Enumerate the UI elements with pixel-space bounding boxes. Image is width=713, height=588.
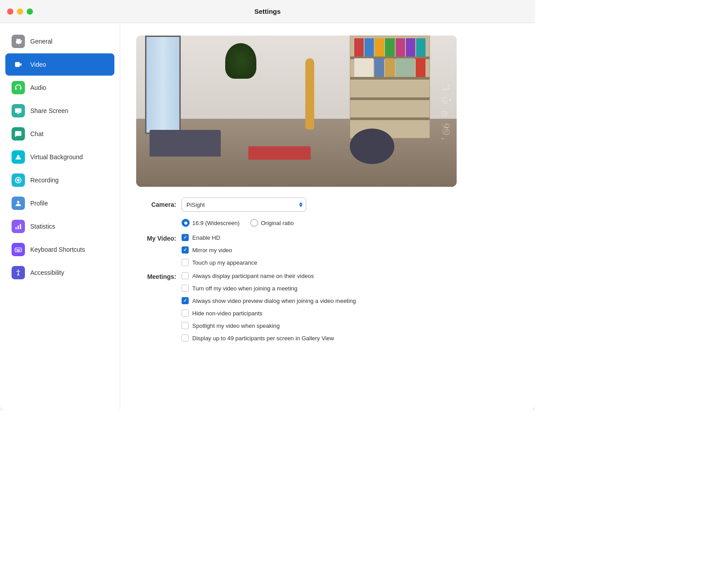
sidebar-label-statistics: Statistics [30,223,55,230]
video-icon [12,58,25,71]
checkbox-turn-off-video[interactable]: Turn off my video when joining a meeting [182,285,356,292]
sidebar-item-video[interactable]: Video [5,53,114,76]
content-area: General Video Audio Sha [0,23,535,410]
meetings-label: Meetings: [136,272,176,280]
checkbox-mirror-video-box [182,246,189,254]
sidebar-label-keyboard-shortcuts: Keyboard Shortcuts [30,246,85,253]
svg-point-3 [17,179,20,181]
radio-original-circle [250,219,258,227]
checkbox-spotlight[interactable]: Spotlight my video when speaking [182,322,356,329]
close-button[interactable] [7,8,13,15]
radio-widescreen[interactable]: 16:9 (Widescreen) [182,219,239,227]
svg-rect-9 [16,249,17,250]
checkbox-video-preview-box [182,297,189,304]
checkbox-turn-off-video-box [182,285,189,292]
virtual-bg-icon [12,150,25,164]
checkbox-video-preview-label: Always show video preview dialog when jo… [192,298,356,304]
checkbox-mirror-video-label: Mirror my video [192,247,232,254]
sidebar-item-statistics[interactable]: Statistics [5,215,114,238]
maximize-button[interactable] [27,8,33,15]
settings-window: Settings General Video [0,0,535,410]
checkbox-49-participants[interactable]: Display up to 49 participants per screen… [182,334,356,342]
radio-original[interactable]: Original ratio [250,219,294,227]
sidebar-item-share-screen[interactable]: Share Screen [5,100,114,122]
my-video-label: My Video: [136,234,176,242]
window-title: Settings [254,8,280,15]
sidebar-item-audio[interactable]: Audio [5,77,114,99]
minimize-button[interactable] [17,8,23,15]
sidebar-label-video: Video [30,61,46,68]
meetings-checkboxes: Always display participant name on their… [182,272,356,342]
svg-point-4 [17,201,19,203]
room-background: ி ம் ற 9ூ, [136,36,457,187]
checkbox-video-preview[interactable]: Always show video preview dialog when jo… [182,297,356,304]
svg-rect-6 [18,226,19,229]
radio-widescreen-circle [182,219,190,227]
profile-icon [12,197,25,210]
window-controls [7,8,33,15]
svg-rect-5 [16,227,17,230]
sidebar-item-accessibility[interactable]: Accessibility [5,262,114,284]
camera-select[interactable]: PiSight FaceTime HD Camera Virtual Camer… [182,197,306,212]
my-video-checkboxes: Enable HD Mirror my video Touch up my ap… [182,234,257,266]
checkbox-touch-up[interactable]: Touch up my appearance [182,259,257,266]
svg-rect-11 [18,249,19,250]
checkbox-display-name-box [182,272,189,279]
share-screen-icon [12,104,25,117]
svg-rect-13 [16,250,20,251]
checkbox-mirror-video[interactable]: Mirror my video [182,246,257,254]
sidebar-item-profile[interactable]: Profile [5,192,114,214]
radio-original-label: Original ratio [261,220,294,226]
camera-row: Camera: PiSight FaceTime HD Camera Virtu… [136,197,519,212]
svg-rect-12 [20,249,20,250]
gear-icon [12,35,25,48]
sidebar-label-recording: Recording [30,177,59,184]
aspect-ratio-group: 16:9 (Widescreen) Original ratio [182,219,294,227]
checkbox-hide-non-video-label: Hide non-video participants [192,310,263,317]
sidebar-label-share-screen: Share Screen [30,107,69,114]
sidebar-label-profile: Profile [30,200,48,207]
sidebar: General Video Audio Sha [0,23,120,410]
titlebar: Settings [0,0,535,23]
checkbox-enable-hd-box [182,234,189,241]
sidebar-label-audio: Audio [30,84,46,91]
my-video-section: My Video: Enable HD Mirror my video Touc… [136,234,519,266]
checkbox-hide-non-video[interactable]: Hide non-video participants [182,310,356,317]
chat-icon [12,127,25,141]
svg-point-14 [18,270,19,271]
meetings-section: Meetings: Always display participant nam… [136,272,519,342]
sidebar-label-accessibility: Accessibility [30,269,64,276]
sidebar-item-recording[interactable]: Recording [5,169,114,191]
checkbox-touch-up-box [182,259,189,266]
checkbox-hide-non-video-box [182,310,189,317]
checkbox-display-name-label: Always display participant name on their… [192,273,314,279]
checkbox-turn-off-video-label: Turn off my video when joining a meeting [192,285,297,292]
checkbox-49-participants-label: Display up to 49 participants per screen… [192,335,334,342]
svg-rect-10 [17,249,18,250]
headphones-icon [12,81,25,94]
camera-select-wrapper[interactable]: PiSight FaceTime HD Camera Virtual Camer… [182,197,306,212]
svg-rect-7 [20,224,21,230]
checkbox-spotlight-label: Spotlight my video when speaking [192,322,280,329]
checkbox-49-participants-box [182,334,189,342]
camera-label: Camera: [136,201,176,208]
accessibility-icon [12,266,25,279]
camera-preview: ி ம் ற 9ூ, [136,36,457,187]
radio-widescreen-label: 16:9 (Widescreen) [192,220,239,226]
sidebar-item-virtual-background[interactable]: Virtual Background [5,146,114,168]
keyboard-icon [12,243,25,256]
recording-icon [12,173,25,187]
checkbox-enable-hd[interactable]: Enable HD [182,234,257,241]
main-content: ி ம் ற 9ூ, Camera: PiSight FaceTime HD C… [120,23,535,410]
sidebar-item-keyboard-shortcuts[interactable]: Keyboard Shortcuts [5,238,114,261]
statistics-icon [12,220,25,233]
camera-overlay: ி ம் ற 9ூ, [440,81,452,142]
sidebar-item-chat[interactable]: Chat [5,123,114,145]
sidebar-label-general: General [30,38,53,45]
aspect-ratio-row: 16:9 (Widescreen) Original ratio [136,219,519,227]
checkbox-enable-hd-label: Enable HD [192,234,220,241]
sidebar-label-virtual-background: Virtual Background [30,153,83,161]
svg-rect-8 [15,248,21,252]
checkbox-display-name[interactable]: Always display participant name on their… [182,272,356,279]
sidebar-item-general[interactable]: General [5,30,114,52]
